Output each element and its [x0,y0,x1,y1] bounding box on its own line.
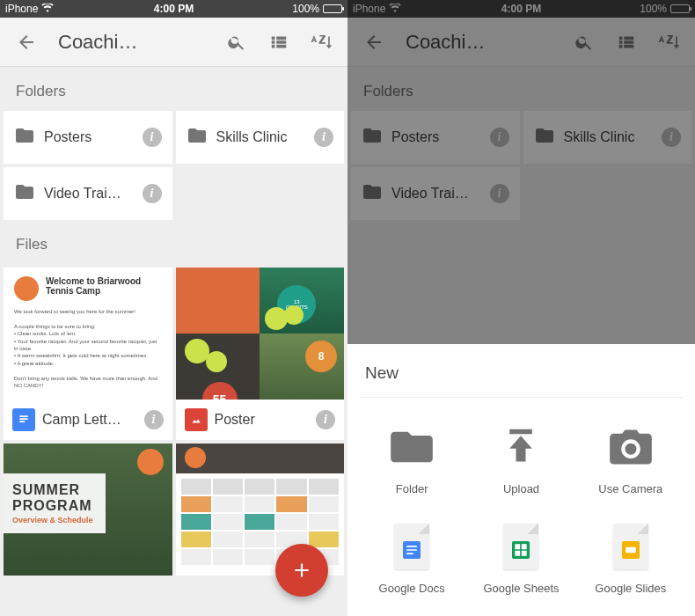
view-list-button[interactable] [261,25,296,60]
folder-skills-clinic[interactable]: Skills Clinic i [176,111,345,164]
folder-icon [187,125,208,150]
folder-name: Skills Clinic [216,129,306,145]
google-docs-icon [387,522,436,571]
file-thumbnail: 13COURTS 55 8 [176,268,345,400]
folder-icon [387,422,436,472]
new-camera[interactable]: Use Camera [579,422,683,495]
battery-pct: 100% [292,3,319,15]
status-bar: iPhone 4:00 PM 100% [0,0,348,18]
new-google-docs[interactable]: Google Docs [360,522,464,595]
app-bar: Coachi… [0,18,348,67]
fab-new[interactable] [275,544,328,597]
new-google-sheets[interactable]: Google Sheets [469,522,573,595]
upload-icon [496,422,545,472]
file-summer-program[interactable]: SUMMER PROGRAM Overview & Schedule [4,444,172,576]
file-name: Camp Lett… [42,412,137,428]
camera-icon [606,422,655,472]
info-icon[interactable]: i [143,184,162,203]
folder-posters[interactable]: Posters i [4,111,172,164]
google-sheets-icon [496,522,545,571]
sort-az-button[interactable] [304,25,339,60]
file-thumbnail: Welcome to Briarwood Tennis Camp We look… [4,268,172,400]
clock: 4:00 PM [118,3,230,15]
wifi-icon [41,3,54,15]
new-google-slides[interactable]: Google Slides [579,522,683,595]
file-name: Poster [215,412,310,428]
file-thumbnail: SUMMER PROGRAM Overview & Schedule [4,444,172,576]
svg-rect-0 [626,547,636,554]
docs-icon [12,408,35,431]
sheet-title: New [360,360,683,398]
screen-drive-listing: iPhone 4:00 PM 100% Coachi… Folders [0,0,348,616]
battery-icon [323,4,342,13]
file-camp-letter[interactable]: Welcome to Briarwood Tennis Camp We look… [4,268,172,440]
new-upload[interactable]: Upload [469,422,573,495]
back-button[interactable] [9,25,44,60]
folder-name: Video Trai… [44,186,134,202]
google-slides-icon [606,522,655,571]
file-poster[interactable]: 13COURTS 55 8 Poster i [176,268,345,440]
files-header: Files [0,220,348,264]
carrier-label: iPhone [5,3,38,15]
folders-header: Folders [0,67,348,111]
search-button[interactable] [219,25,254,60]
page-title: Coachi… [58,31,137,54]
info-icon[interactable]: i [316,410,335,429]
new-bottom-sheet: New Folder Upload Use Camera [348,344,695,616]
image-icon [185,408,208,431]
folder-video-training[interactable]: Video Trai… i [4,167,172,220]
file-grid: Welcome to Briarwood Tennis Camp We look… [0,264,348,579]
folder-icon [14,181,35,206]
folder-name: Posters [44,129,134,145]
info-icon[interactable]: i [144,410,164,429]
folder-grid: Posters i Skills Clinic i Video Trai… i [0,111,348,220]
info-icon[interactable]: i [143,128,162,147]
screen-drive-new-sheet: iPhone 4:00 PM 100% Coachi… Folders [348,0,695,616]
new-folder[interactable]: Folder [360,422,464,495]
info-icon[interactable]: i [314,128,333,147]
folder-icon [14,125,35,150]
